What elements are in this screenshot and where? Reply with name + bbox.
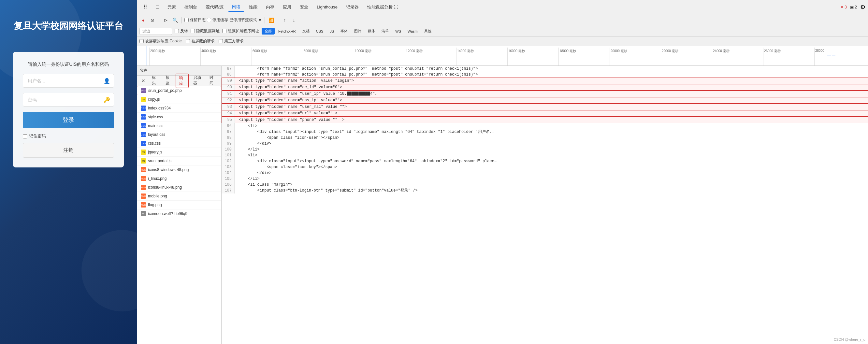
filter-type-buttons: 全部Fetch/XHR文档CSSJS字体图片媒体清单WSWasm其他	[261, 28, 434, 34]
login-button[interactable]: 登录	[23, 112, 114, 128]
code-line: 87 <form name="form2" action="srun_porta…	[222, 66, 868, 72]
line-code: <input type="hidden" name="url" value=""…	[235, 111, 337, 116]
response-tabs: ✕ 标头预览响应启动器时间	[137, 75, 221, 86]
file-item[interactable]: JSjquery.js	[137, 148, 221, 157]
throttle-dropdown-icon[interactable]: ▼	[258, 18, 262, 23]
disable-cache-checkbox[interactable]	[207, 18, 211, 22]
third-party-checkbox[interactable]	[219, 39, 223, 43]
tab-elements[interactable]: 元素	[163, 3, 180, 11]
code-line: 91<input type="hidden" name="user_ip" va…	[222, 91, 868, 97]
filter-type-全部[interactable]: 全部	[261, 28, 275, 34]
line-number: 89	[222, 78, 235, 84]
login-panel: 复旦大学校园网络认证平台 请输入统一身份认证UIS的用户名和密码 👤 🔑 登录 …	[0, 0, 137, 344]
third-party-label[interactable]: 第三方请求	[219, 38, 244, 44]
response-tab-预览[interactable]: 预览	[162, 74, 175, 88]
file-item[interactable]: CSSindex.css?34	[137, 104, 221, 113]
filter-type-Fetch/XHR[interactable]: Fetch/XHR	[275, 28, 299, 34]
file-item[interactable]: PNGflag.png	[137, 201, 221, 210]
response-tab-时间[interactable]: 时间	[206, 74, 219, 88]
search-button[interactable]: 🔍	[171, 16, 179, 24]
file-item[interactable]: CSSstyle.css	[137, 113, 221, 122]
filter-button[interactable]: ⊳	[162, 16, 170, 24]
invert-label[interactable]: 反转	[175, 28, 188, 34]
response-tab-标头[interactable]: 标头	[149, 74, 161, 88]
tab-cursor[interactable]: □	[152, 3, 163, 11]
filter-type-Wasm[interactable]: Wasm	[405, 28, 421, 34]
line-code: </li>	[235, 147, 260, 152]
tab-application[interactable]: 应用	[279, 3, 295, 11]
tab-perf-insights[interactable]: 性能数据分析 ⛶	[363, 3, 402, 11]
close-response-tab[interactable]: ✕	[140, 77, 147, 84]
filter-type-CSS[interactable]: CSS	[313, 28, 327, 34]
tab-grid[interactable]: ⠿	[140, 3, 151, 11]
file-type-icon: CSS	[141, 123, 146, 128]
file-item[interactable]: CSScss.css	[137, 139, 221, 148]
hide-data-urls-label[interactable]: 隐藏数据网址	[191, 28, 220, 34]
code-line: 102 <div class="input"><input type="pass…	[222, 158, 868, 164]
response-tab-响应[interactable]: 响应	[176, 74, 189, 88]
filter-type-JS[interactable]: JS	[327, 28, 337, 34]
divider3	[265, 17, 265, 24]
file-item[interactable]: PNGicons8-linux-48.png	[137, 183, 221, 192]
hide-ext-urls-checkbox[interactable]	[222, 29, 226, 33]
clear-button[interactable]: ⊘	[149, 16, 156, 24]
blocked-cookies-label[interactable]: 被屏蔽的响应 Cookie	[140, 38, 182, 44]
record-button[interactable]: ●	[140, 16, 147, 24]
line-code: <input type="hidden" name="action" value…	[235, 78, 354, 84]
file-item[interactable]: JSsrun_portal.js	[137, 157, 221, 165]
file-item[interactable]: PNGicons8-windows-48.png	[137, 165, 221, 174]
filter-type-清单[interactable]: 清单	[379, 28, 392, 34]
username-input[interactable]	[23, 74, 114, 88]
preserve-log-checkbox[interactable]	[184, 18, 189, 22]
blocked-requests-checkbox[interactable]	[186, 39, 190, 43]
settings-icon[interactable]: ⚙	[860, 4, 865, 11]
file-list-name-header: 名称	[140, 68, 219, 73]
filter-type-文档[interactable]: 文档	[300, 28, 312, 34]
hide-ext-urls-label[interactable]: 隐藏扩展程序网址	[222, 28, 259, 34]
filter-type-WS[interactable]: WS	[392, 28, 404, 34]
remember-row: 记住密码	[23, 133, 114, 139]
blocked-requests-label[interactable]: 被屏蔽的请求	[186, 38, 215, 44]
tab-network[interactable]: 网络	[228, 3, 244, 12]
filter-type-字体[interactable]: 字体	[338, 28, 350, 34]
tab-recorder[interactable]: 记录器	[342, 3, 363, 11]
file-item[interactable]: JScopy.js	[137, 95, 221, 104]
line-number: 107	[222, 188, 235, 193]
file-type-icon: CSS	[141, 132, 146, 137]
code-line: 99 </div>	[222, 141, 868, 147]
tab-security[interactable]: 安全	[296, 3, 312, 11]
tab-performance[interactable]: 性能	[245, 3, 261, 11]
tab-memory[interactable]: 内存	[262, 3, 278, 11]
line-number: 92	[222, 97, 235, 103]
network-timeline: 2000 毫秒4000 毫秒6000 毫秒8000 毫秒10000 毫秒1200…	[137, 46, 868, 66]
file-item[interactable]: CSSmain.css	[137, 122, 221, 130]
file-type-icon: PNG	[141, 185, 146, 190]
download-button[interactable]: ↓	[290, 16, 298, 24]
hide-data-urls-checkbox[interactable]	[191, 29, 195, 33]
tab-console[interactable]: 控制台	[181, 3, 201, 11]
file-type-icon: PNG	[141, 193, 146, 199]
line-number: 95	[222, 117, 235, 123]
tab-sources[interactable]: 源代码/源	[202, 3, 228, 11]
tab-lighthouse[interactable]: Lighthouse	[313, 3, 341, 11]
disable-cache-label[interactable]: 停用缓存	[207, 17, 228, 23]
file-item[interactable]: CSSlayout.css	[137, 130, 221, 139]
filter-type-媒体[interactable]: 媒体	[365, 28, 378, 34]
response-tab-启动器[interactable]: 启动器	[190, 74, 205, 88]
file-type-icon: W	[141, 211, 146, 216]
file-item[interactable]: PNGi_linux.png	[137, 174, 221, 183]
invert-checkbox[interactable]	[175, 29, 179, 33]
preserve-log-label[interactable]: 保留日志	[184, 17, 206, 23]
upload-button[interactable]: ↑	[281, 16, 289, 24]
wifi-button[interactable]: 📶	[268, 16, 275, 24]
cancel-button[interactable]: 注销	[23, 143, 114, 158]
remember-checkbox[interactable]	[23, 134, 27, 138]
password-input[interactable]	[23, 93, 114, 106]
file-item[interactable]: Wicomoon.woff?-hb96q9	[137, 210, 221, 218]
filter-type-其他[interactable]: 其他	[421, 28, 434, 34]
filter-input[interactable]	[140, 28, 172, 35]
blocked-cookies-checkbox[interactable]	[140, 39, 144, 43]
file-item[interactable]: PNGmobile.png	[137, 192, 221, 201]
filter-type-图片[interactable]: 图片	[351, 28, 364, 34]
file-name: layout.css	[148, 132, 165, 137]
